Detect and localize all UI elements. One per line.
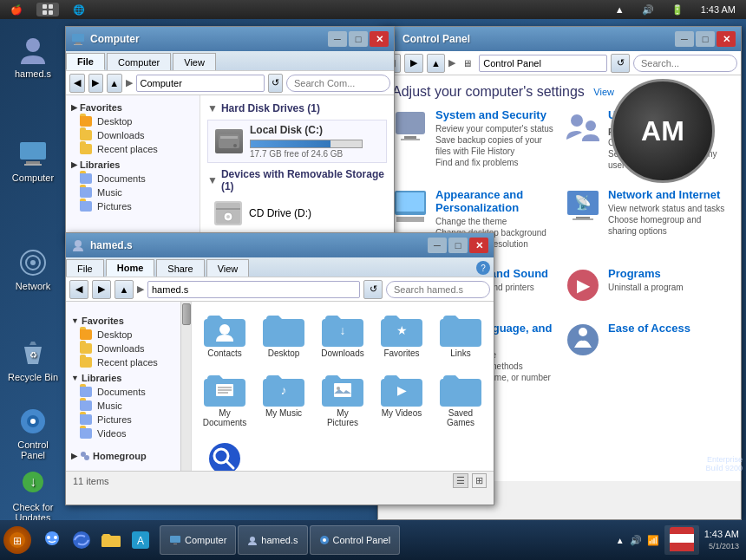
desktop-icon-recycle[interactable]: ♻ Recycle Bin [7, 338, 59, 382]
cp-forward-btn[interactable]: ▶ [404, 54, 423, 73]
taskbar-icon-finder[interactable] [38, 526, 66, 554]
hamed-sidebar-recent[interactable]: Recent places [66, 355, 191, 369]
hamed-file-links[interactable]: Links [435, 309, 487, 361]
computer-minimize-btn[interactable]: ─ [328, 31, 347, 47]
desktop-icon-control[interactable]: Control Panel [7, 406, 59, 460]
taskbar-icon-folder[interactable] [97, 526, 125, 554]
hamed-maximize-btn[interactable]: □ [448, 238, 468, 253]
computer-back-btn[interactable]: ◀ [69, 74, 85, 93]
desktop-icon-network[interactable]: Network [7, 247, 59, 291]
computer-local-disk[interactable]: Local Disk (C:) 17.7 GB free of 24.6 GB [207, 120, 387, 163]
taskbar-icon-store[interactable]: A [127, 526, 154, 554]
cp-item-ease[interactable]: Ease of Access [565, 322, 727, 394]
hamed-sidebar-docs[interactable]: Documents [66, 385, 191, 399]
hamed-help-btn[interactable]: ? [473, 259, 494, 277]
hamed-sidebar-pictures[interactable]: Pictures [66, 413, 191, 427]
computer-tab-file[interactable]: File [66, 53, 105, 70]
computer-tab-view[interactable]: View [173, 53, 216, 70]
control-panel-titlebar[interactable]: Control Panel ─ □ ✕ [378, 27, 741, 51]
taskbar-item-computer[interactable]: Computer [160, 525, 236, 555]
hamed-address-input[interactable] [147, 281, 360, 298]
hamed-sidebar-music[interactable]: Music [66, 399, 191, 413]
tray-sound[interactable]: 🔊 [630, 535, 642, 546]
computer-tab-computer[interactable]: Computer [107, 53, 171, 70]
hamed-titlebar[interactable]: hamed.s ─ □ ✕ [66, 233, 494, 257]
computer-cd-drive[interactable]: CD Drive (D:) [207, 198, 387, 229]
hamed-sidebar-desktop[interactable]: Desktop [66, 328, 191, 342]
computer-sidebar-libraries[interactable]: ▶ Libraries [66, 158, 200, 172]
hamed-sidebar-homegroup[interactable]: ▶ Homegroup [66, 449, 191, 463]
desktop-icon-updates[interactable]: ↓ Check for Updates [7, 468, 59, 520]
computer-sidebar-pictures[interactable]: Pictures [66, 199, 200, 213]
tray-up-arrow[interactable]: ▲ [616, 536, 625, 545]
tray-up[interactable]: ▲ [612, 4, 628, 15]
hamed-file-searches[interactable]: Searches [199, 438, 251, 471]
hamed-sidebar-downloads[interactable]: Downloads [66, 342, 191, 355]
cp-minimize-btn[interactable]: ─ [675, 31, 694, 47]
taskbar-item-hamed[interactable]: hamed.s [238, 525, 307, 555]
desktop-icon-hamed[interactable]: hamed.s [7, 35, 59, 79]
hamed-file-downloads[interactable]: ↓ Downloads [317, 309, 369, 361]
hamed-tab-file[interactable]: File [66, 259, 104, 277]
cp-maximize-btn[interactable]: □ [696, 31, 715, 47]
computer-close-btn[interactable]: ✕ [370, 31, 389, 47]
cp-view-label[interactable]: View [593, 87, 614, 97]
hamed-forward-btn[interactable]: ▶ [92, 280, 111, 299]
cp-refresh-btn[interactable]: ↺ [611, 54, 630, 73]
hamed-file-mydocs[interactable]: My Documents [199, 368, 251, 431]
hamed-view-toggle[interactable]: ☰ ⊞ [453, 473, 487, 488]
computer-maximize-btn[interactable]: □ [349, 31, 368, 47]
computer-refresh-btn[interactable]: ↺ [268, 74, 284, 93]
tray-battery[interactable]: 🔋 [668, 4, 687, 16]
hamed-file-mypictures[interactable]: My Pictures [317, 368, 369, 431]
cp-item-programs[interactable]: ▶ Programs Uninstall a program [565, 267, 727, 304]
hamed-file-myvideos[interactable]: ▶ My Videos [376, 368, 428, 431]
menu-browser[interactable]: 🌐 [69, 4, 88, 16]
taskbar-item-control[interactable]: Control Panel [310, 525, 401, 555]
computer-address-input[interactable] [136, 75, 265, 92]
hamed-tab-home[interactable]: Home [106, 259, 155, 277]
menu-file[interactable] [36, 3, 59, 16]
cp-address-input[interactable] [479, 55, 607, 72]
cp-close-btn[interactable]: ✕ [717, 31, 736, 47]
hamed-file-favorites[interactable]: ★ Favorites [376, 309, 428, 361]
hamed-file-contacts[interactable]: Contacts [199, 309, 251, 361]
svg-rect-3 [49, 10, 53, 15]
taskbar-icon-ie[interactable] [68, 526, 95, 554]
hamed-back-btn[interactable]: ◀ [69, 280, 88, 299]
hamed-file-mymusic[interactable]: ♪ My Music [258, 368, 310, 431]
taskbar-clock[interactable]: 1:43 AM 5/1/2013 [704, 528, 739, 552]
computer-sidebar-favorites[interactable]: ▶ Favorites [66, 101, 200, 114]
hamed-up-btn[interactable]: ▲ [115, 280, 134, 299]
hamed-search-input[interactable] [386, 281, 490, 298]
computer-sidebar-music[interactable]: Music [66, 186, 200, 199]
hamed-sidebar-videos[interactable]: Videos [66, 427, 191, 440]
hamed-tab-view[interactable]: View [206, 259, 250, 277]
cp-item-network[interactable]: 📡 Network and Internet View network stat… [565, 188, 727, 250]
computer-up-btn[interactable]: ▲ [107, 74, 122, 93]
hamed-file-desktop[interactable]: Desktop [258, 309, 310, 361]
computer-sidebar-recent[interactable]: Recent places [66, 142, 200, 156]
hamed-sidebar-favorites[interactable]: ▼Favorites [66, 314, 191, 328]
tray-volume[interactable]: 🔊 [638, 4, 658, 16]
hamed-minimize-btn[interactable]: ─ [428, 238, 447, 253]
computer-titlebar[interactable]: Computer ─ □ ✕ [66, 27, 394, 51]
computer-sidebar-desktop[interactable]: Desktop [66, 114, 200, 128]
tray-language[interactable] [664, 525, 699, 555]
hamed-close-btn[interactable]: ✕ [469, 238, 488, 253]
computer-sidebar-docs[interactable]: Documents [66, 172, 200, 186]
computer-forward-btn[interactable]: ▶ [88, 74, 104, 93]
apple-menu[interactable]: 🍎 [7, 4, 26, 16]
hamed-sidebar-libraries[interactable]: ▼Libraries [66, 371, 191, 385]
hamed-file-savedgames[interactable]: Saved Games [435, 368, 487, 431]
start-button[interactable]: ⊞ [3, 526, 31, 554]
hamed-tab-share[interactable]: Share [156, 259, 204, 277]
cp-search-input[interactable] [633, 55, 737, 72]
cp-up-btn[interactable]: ▲ [427, 54, 446, 73]
tray-network[interactable]: 📶 [647, 535, 659, 546]
computer-search-input[interactable] [286, 75, 390, 92]
hamed-refresh-btn[interactable]: ↺ [363, 280, 383, 299]
cp-item-system[interactable]: System and Security Review your computer… [392, 108, 554, 171]
desktop-icon-computer[interactable]: Computer [7, 139, 59, 183]
computer-sidebar-downloads[interactable]: Downloads [66, 128, 200, 142]
